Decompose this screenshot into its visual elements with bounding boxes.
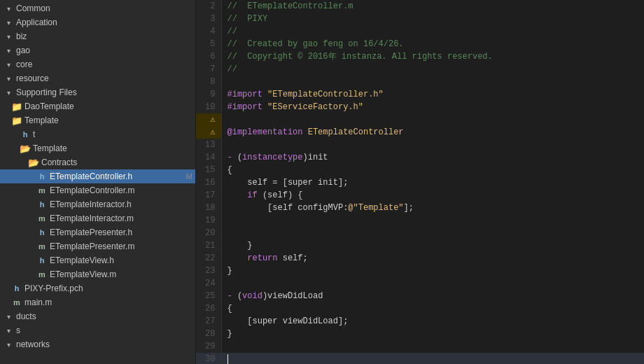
sidebar-item-label: ETemplateView.h	[50, 255, 114, 265]
line-content[interactable]: // Copyright © 2016年 instanza. All right…	[221, 50, 644, 63]
token: //	[227, 27, 237, 36]
sidebar-item-gao[interactable]: gao	[0, 43, 195, 57]
code-line: 20	[196, 227, 644, 239]
line-content[interactable]: // ETemplateController.m	[221, 0, 644, 13]
line-content[interactable]: [super viewDidLoad];	[221, 315, 644, 328]
sidebar-item-template-folder[interactable]: 📂Template	[0, 141, 195, 155]
line-content[interactable]: - (instancetype)init	[221, 151, 644, 164]
line-content[interactable]: // PIXY	[221, 13, 644, 25]
sidebar-item-biz[interactable]: biz	[0, 29, 195, 43]
line-content[interactable]	[221, 227, 644, 239]
code-line: 18 [self configMVP:@"Template"];	[196, 202, 644, 214]
sidebar-item-ETemplateInteractor-h[interactable]: hETemplateInteractor.h	[0, 197, 195, 211]
file-h-icon: h	[36, 171, 48, 182]
token: // ETemplateController.m	[227, 1, 354, 11]
sidebar-item-label: biz	[16, 31, 27, 41]
sidebar-item-ETemplateController-h[interactable]: hETemplateController.hM	[0, 169, 195, 183]
sidebar-item-daot[interactable]: 📁DaoTemplate	[0, 99, 195, 113]
sidebar-item-label: ETemplateController.m	[50, 186, 134, 195]
sidebar-item-ETemplateInteractor-m[interactable]: mETemplateInteractor.m	[0, 211, 195, 225]
line-content[interactable]: @implementation ETemplateController	[221, 126, 644, 139]
code-line: 2// ETemplateController.m	[196, 0, 644, 13]
expand-icon	[3, 325, 14, 336]
sidebar-item-label: t	[33, 130, 35, 139]
sidebar-item-ducts[interactable]: ducts	[0, 309, 195, 323]
sidebar-item-PIXY-Prefix[interactable]: hPIXY-Prefix.pch	[0, 281, 195, 295]
line-content[interactable]: // Created by gao feng on 16/4/26.	[221, 38, 644, 50]
file-h-icon: h	[36, 199, 48, 210]
line-number: 10	[196, 101, 221, 113]
code-line: 15{	[196, 164, 644, 176]
token: ETemplateController	[308, 127, 404, 137]
line-number: 24	[196, 277, 221, 290]
token: // PIXY	[227, 14, 268, 24]
code-line: 16 self = [super init];	[196, 176, 644, 189]
token: // Copyright © 2016年 instanza. All right…	[227, 52, 493, 62]
sidebar-item-ETemplateView-h[interactable]: hETemplateView.h	[0, 253, 195, 267]
line-content[interactable]	[221, 277, 644, 290]
line-content[interactable]: }	[221, 239, 644, 252]
sidebar-item-label: Contracts	[41, 158, 77, 167]
sidebar-item-supporting-files[interactable]: Supporting Files	[0, 85, 195, 99]
line-content[interactable]	[221, 214, 644, 227]
sidebar-item-label: Supporting Files	[16, 88, 77, 97]
code-line: 4//	[196, 25, 644, 38]
sidebar-item-resource[interactable]: resource	[0, 71, 195, 85]
line-content[interactable]	[221, 340, 644, 353]
sidebar-item-core[interactable]: core	[0, 57, 195, 71]
code-line: 13	[196, 139, 644, 151]
code-editor[interactable]: 2// ETemplateController.m3// PIXY4//5// …	[196, 0, 644, 364]
code-table: 2// ETemplateController.m3// PIXY4//5// …	[196, 0, 644, 364]
line-content[interactable]: #import "ETemplateController.h"	[221, 88, 644, 101]
line-content[interactable]: #import "EServiceFactory.h"	[221, 101, 644, 113]
line-content[interactable]: //	[221, 25, 644, 38]
sidebar-item-label: Application	[16, 18, 57, 27]
line-content[interactable]: }	[221, 265, 644, 277]
code-line: 9#import "ETemplateController.h"	[196, 88, 644, 101]
sidebar-item-label: Template	[33, 144, 67, 153]
file-h-icon: h	[36, 255, 48, 266]
sidebar: CommonApplicationbizgaocoreresourceSuppo…	[0, 0, 196, 364]
line-content[interactable]: {	[221, 302, 644, 315]
code-line: 27 [super viewDidLoad];	[196, 315, 644, 328]
line-content[interactable]	[221, 76, 644, 88]
line-content[interactable]: - (void)viewDidLoad	[221, 290, 644, 302]
sidebar-item-s[interactable]: s	[0, 323, 195, 337]
sidebar-item-t-item[interactable]: ht	[0, 127, 195, 141]
sidebar-item-ETemplatePresenter-h[interactable]: hETemplatePresenter.h	[0, 225, 195, 239]
sidebar-item-label: Template	[24, 115, 59, 125]
sidebar-item-label: ducts	[16, 312, 36, 321]
file-m-icon: m	[36, 185, 48, 196]
cursor	[227, 354, 228, 364]
sidebar-item-ETemplatePresenter-m[interactable]: mETemplatePresenter.m	[0, 239, 195, 253]
code-line: 23}	[196, 265, 644, 277]
sidebar-item-main-m[interactable]: mmain.m	[0, 295, 195, 309]
expand-icon	[3, 31, 14, 42]
line-content[interactable]: //	[221, 63, 644, 76]
sidebar-item-networks[interactable]: networks	[0, 337, 195, 351]
line-content[interactable]	[221, 113, 644, 126]
sidebar-item-ETemplateController-m[interactable]: mETemplateController.m	[0, 183, 195, 197]
line-content[interactable]: [self configMVP:@"Template"];	[221, 202, 644, 214]
line-content[interactable]: {	[221, 164, 644, 176]
line-content[interactable]: return self;	[221, 252, 644, 265]
sidebar-item-application[interactable]: Application	[0, 15, 195, 29]
line-content[interactable]	[221, 353, 644, 364]
line-number: 23	[196, 265, 221, 277]
sidebar-item-label: main.m	[24, 298, 52, 307]
line-content[interactable]: self = [super init];	[221, 176, 644, 189]
sidebar-item-label: gao	[16, 46, 30, 55]
token: //	[227, 64, 237, 74]
sidebar-item-label: ETemplateInteractor.h	[50, 200, 132, 209]
sidebar-item-contracts-folder[interactable]: 📂Contracts	[0, 155, 195, 169]
sidebar-item-template-group[interactable]: 📁Template	[0, 113, 195, 127]
warning-icon: ⚠	[210, 115, 215, 125]
line-content[interactable]	[221, 139, 644, 151]
sidebar-item-ETemplateView-m[interactable]: mETemplateView.m	[0, 267, 195, 281]
sidebar-item-label: core	[16, 59, 32, 69]
token: -	[227, 153, 237, 162]
line-content[interactable]: }	[221, 328, 644, 340]
code-line: ⚠@implementation ETemplateController	[196, 126, 644, 139]
sidebar-item-common[interactable]: Common	[0, 1, 195, 15]
line-content[interactable]: if (self) {	[221, 189, 644, 202]
